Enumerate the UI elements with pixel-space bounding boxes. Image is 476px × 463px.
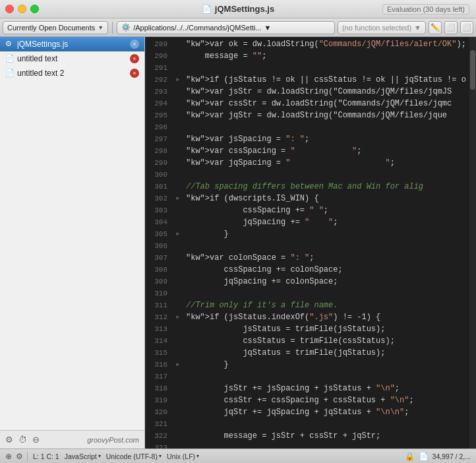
line-ending-dropdown[interactable]: Unix (LF) ▾: [167, 452, 199, 460]
fold-indicator: [173, 38, 183, 50]
fold-indicator: [173, 430, 183, 442]
txt-file-icon: 📄: [5, 69, 15, 78]
status-left-icon[interactable]: ⊕: [5, 452, 12, 461]
txt-file-icon: 📄: [5, 54, 15, 63]
fold-indicator: [173, 157, 183, 169]
line-number: 295: [150, 109, 167, 121]
file-name-label: jQMSettings.js: [17, 40, 130, 49]
code-line: [186, 121, 469, 133]
line-number: 290: [150, 50, 167, 62]
function-dropdown[interactable]: (no function selected) ▼: [338, 21, 426, 34]
status-gear-icon[interactable]: ⚙: [16, 452, 23, 461]
code-line: cssStatus = trimFile(cssStatus);: [186, 335, 469, 347]
maximize-button[interactable]: [30, 5, 39, 13]
status-bar: ⊕ ⚙ L: 1 C: 1 JavaScript ▾ Unicode (UTF-…: [0, 448, 476, 463]
fold-indicator: [173, 252, 183, 264]
code-line: jqStatus = trimFile(jqStatus);: [186, 347, 469, 359]
line-number: 317: [150, 371, 167, 383]
fold-indicator: [173, 62, 183, 74]
status-separator: [27, 452, 28, 461]
fold-indicator: [173, 442, 183, 448]
js-file-icon: ⚙: [5, 40, 15, 49]
toolbar-separator: [112, 22, 113, 34]
fold-indicator: [173, 181, 183, 193]
status-left: ⊕ ⚙: [5, 452, 28, 461]
sidebar-file-item[interactable]: 📄untitled text 2×: [0, 66, 144, 80]
vertical-scrollbar[interactable]: [469, 37, 476, 448]
edit-icon-button[interactable]: ✏️: [429, 21, 442, 34]
fold-indicator: [173, 323, 183, 335]
line-number: 318: [150, 383, 167, 394]
fold-indicator[interactable]: ▶: [173, 359, 183, 371]
code-line: cssSpacing += " ";: [186, 204, 469, 216]
fold-indicator: [173, 406, 183, 418]
line-number: 292: [150, 74, 167, 86]
line-number: 299: [150, 157, 167, 169]
fold-indicator: [173, 98, 183, 109]
code-line: "kw">var jqSpacing = " ";: [186, 157, 469, 169]
code-line: "kw">var jsStr = dw.loadString("Commands…: [186, 86, 469, 98]
encoding-dropdown[interactable]: Unicode (UTF-8) ▾: [106, 452, 162, 460]
line-number: 297: [150, 133, 167, 145]
line-number: 296: [150, 121, 167, 133]
position-indicator[interactable]: L: 1 C: 1: [33, 452, 59, 460]
view-icon-button[interactable]: ⬜: [444, 21, 458, 34]
code-line: }: [186, 228, 469, 240]
code-lines: "kw">var ok = dw.loadString("Commands/jQ…: [183, 37, 469, 448]
code-line: message = jsStr + cssStr + jqStr;: [186, 430, 469, 442]
code-line: message = "";: [186, 50, 469, 62]
sidebar-file-item[interactable]: ⚙jQMSettings.js×: [0, 37, 144, 51]
file-close-button[interactable]: ×: [130, 69, 139, 78]
line-number: 308: [150, 264, 167, 276]
code-line: [186, 418, 469, 430]
code-line: "kw">var colonSpace = ": ";: [186, 252, 469, 264]
fold-indicator[interactable]: ▶: [173, 193, 183, 204]
fold-indicator: [173, 418, 183, 430]
fold-indicator: [173, 204, 183, 216]
code-line: [186, 240, 469, 252]
file-list: ⚙jQMSettings.js×📄untitled text×📄untitled…: [0, 37, 144, 430]
line-number: 302: [150, 193, 167, 204]
fold-indicator: [173, 133, 183, 145]
close-button[interactable]: [5, 5, 14, 13]
minus-icon[interactable]: ⊖: [32, 435, 40, 445]
code-line: //Tab spacing differs between Mac and Wi…: [186, 181, 469, 193]
line-number: 291: [150, 62, 167, 74]
code-line: jqSpacing += colonSpace;: [186, 276, 469, 288]
line-number: 303: [150, 204, 167, 216]
file-name-label: untitled text 2: [17, 69, 130, 78]
code-line: [186, 62, 469, 74]
fold-indicator[interactable]: ▶: [173, 228, 183, 240]
evaluation-badge: Evaluation (30 days left): [382, 4, 469, 15]
file-close-button[interactable]: ×: [130, 40, 139, 49]
main-area: ⚙jQMSettings.js×📄untitled text×📄untitled…: [0, 37, 476, 448]
fold-column: ▶▶▶▶▶▶▶▶: [173, 37, 183, 448]
line-number: 312: [150, 311, 167, 323]
file-close-button[interactable]: ×: [130, 54, 139, 63]
code-editor[interactable]: 2892902912922932942952962972982993003013…: [145, 37, 476, 448]
file-path-dropdown[interactable]: ⚙️ /Applications/../../Commands/jQMSetti…: [117, 21, 335, 34]
line-number: 298: [150, 145, 167, 157]
fold-indicator: [173, 347, 183, 359]
file-name-label: untitled text: [17, 54, 130, 63]
settings-icon[interactable]: ⚙: [5, 435, 13, 445]
fold-indicator[interactable]: ▶: [173, 311, 183, 323]
code-line: [186, 442, 469, 448]
fold-indicator: [173, 335, 183, 347]
language-dropdown[interactable]: JavaScript ▾: [65, 452, 101, 460]
more-icon-button[interactable]: ⬜: [460, 21, 473, 34]
fold-indicator[interactable]: ▶: [173, 74, 183, 86]
line-number: 294: [150, 98, 167, 109]
fold-indicator: [173, 383, 183, 394]
code-line: [186, 169, 469, 181]
code-line: "kw">if (dwscripts.IS_WIN) {: [186, 193, 469, 204]
traffic-lights: [5, 5, 39, 13]
fold-indicator: [173, 371, 183, 383]
title-bar: 📄 jQMSettings.js Evaluation (30 days lef…: [0, 0, 476, 18]
open-documents-dropdown[interactable]: Currently Open Documents ▼: [3, 21, 108, 34]
clock-icon[interactable]: ⏱: [18, 435, 27, 445]
scrollbar-thumb[interactable]: [470, 50, 475, 90]
minimize-button[interactable]: [18, 5, 26, 13]
sidebar-file-item[interactable]: 📄untitled text×: [0, 51, 144, 66]
line-number: 313: [150, 323, 167, 335]
